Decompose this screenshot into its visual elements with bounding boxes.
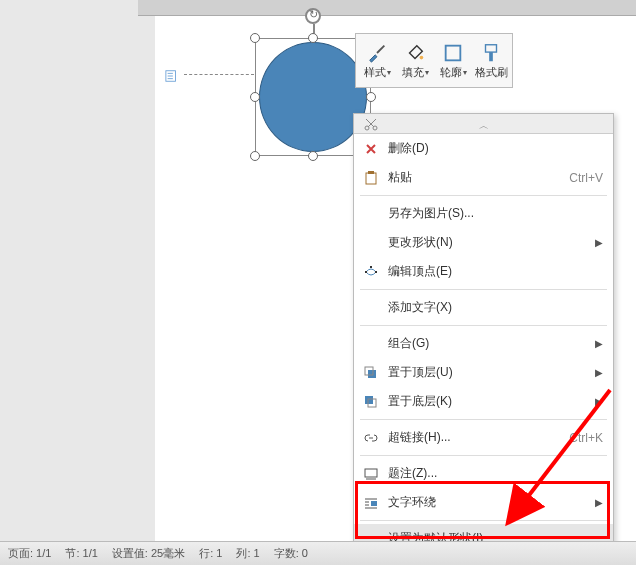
resize-handle[interactable] (250, 151, 260, 161)
brush-icon (365, 41, 389, 65)
paint-bucket-icon (403, 41, 427, 65)
separator (360, 289, 607, 290)
chevron-down-icon: ▾ (425, 68, 429, 77)
menu-item-change-shape[interactable]: 更改形状(N) ▶ (354, 228, 613, 257)
delete-label: 删除(D) (388, 140, 429, 157)
save-as-picture-label: 另存为图片(S)... (388, 205, 474, 222)
separator (360, 195, 607, 196)
svg-rect-12 (365, 271, 367, 273)
caption-icon (362, 465, 380, 483)
bring-front-icon (362, 364, 380, 382)
menu-item-cut[interactable]: ︿ (354, 114, 613, 134)
rotate-handle-icon[interactable] (305, 8, 321, 24)
submenu-arrow-icon: ▶ (595, 338, 603, 349)
svg-rect-19 (365, 469, 377, 477)
svg-rect-13 (375, 271, 377, 273)
menu-item-hyperlink[interactable]: 超链接(H)... Ctrl+K (354, 423, 613, 452)
status-section[interactable]: 节: 1/1 (65, 546, 97, 561)
caption-label: 题注(Z)... (388, 465, 437, 482)
text-wrap-icon (362, 494, 380, 512)
ruler (138, 0, 636, 16)
submenu-arrow-icon: ▶ (595, 237, 603, 248)
svg-point-4 (420, 56, 424, 60)
menu-item-caption[interactable]: 题注(Z)... (354, 459, 613, 488)
menu-item-bring-to-front[interactable]: 置于顶层(U) ▶ (354, 358, 613, 387)
bring-to-front-label: 置于顶层(U) (388, 364, 453, 381)
context-menu: ︿ 删除(D) 粘贴 Ctrl+V 另存为图片(S)... 更改形状(N) ▶ … (353, 113, 614, 565)
format-brush-button[interactable]: 格式刷 (472, 36, 510, 85)
submenu-arrow-icon: ▶ (595, 396, 603, 407)
delete-icon (362, 140, 380, 158)
resize-handle[interactable] (250, 33, 260, 43)
send-back-icon (362, 393, 380, 411)
fill-label: 填充 (402, 65, 424, 80)
resize-handle[interactable] (250, 92, 260, 102)
status-page[interactable]: 页面: 1/1 (8, 546, 51, 561)
status-bar: 页面: 1/1 节: 1/1 设置值: 25毫米 行: 1 列: 1 字数: 0 (0, 541, 636, 565)
status-col[interactable]: 列: 1 (236, 546, 259, 561)
svg-rect-10 (366, 173, 376, 184)
menu-item-send-to-back[interactable]: 置于底层(K) ▶ (354, 387, 613, 416)
paste-shortcut: Ctrl+V (569, 171, 603, 185)
svg-rect-6 (486, 45, 497, 52)
separator (360, 520, 607, 521)
edit-points-icon (362, 263, 380, 281)
fill-button[interactable]: 填充▾ (396, 36, 434, 85)
svg-rect-17 (365, 396, 373, 404)
hyperlink-shortcut: Ctrl+K (569, 431, 603, 445)
anchor-icon (165, 69, 179, 83)
svg-rect-11 (368, 171, 374, 174)
chevron-up-icon[interactable]: ︿ (479, 119, 489, 133)
format-brush-icon (479, 41, 503, 65)
svg-rect-15 (368, 370, 376, 378)
menu-item-save-as-picture[interactable]: 另存为图片(S)... (354, 199, 613, 228)
paste-label: 粘贴 (388, 169, 412, 186)
resize-handle[interactable] (366, 92, 376, 102)
menu-item-text-wrapping[interactable]: 文字环绕 ▶ (354, 488, 613, 517)
separator (360, 419, 607, 420)
menu-item-group[interactable]: 组合(G) ▶ (354, 329, 613, 358)
submenu-arrow-icon: ▶ (595, 367, 603, 378)
outline-icon (441, 41, 465, 65)
separator (360, 455, 607, 456)
group-label: 组合(G) (388, 335, 429, 352)
submenu-arrow-icon: ▶ (595, 497, 603, 508)
change-shape-label: 更改形状(N) (388, 234, 453, 251)
send-to-back-label: 置于底层(K) (388, 393, 452, 410)
menu-item-paste[interactable]: 粘贴 Ctrl+V (354, 163, 613, 192)
status-line[interactable]: 行: 1 (199, 546, 222, 561)
anchor-line (184, 74, 254, 75)
text-wrapping-label: 文字环绕 (388, 494, 436, 511)
format-brush-label: 格式刷 (475, 65, 508, 80)
add-text-label: 添加文字(X) (388, 299, 452, 316)
resize-handle[interactable] (308, 151, 318, 161)
paste-icon (362, 169, 380, 187)
resize-handle[interactable] (308, 33, 318, 43)
outline-button[interactable]: 轮廓▾ (434, 36, 472, 85)
chevron-down-icon: ▾ (387, 68, 391, 77)
style-button[interactable]: 样式▾ (358, 36, 396, 85)
menu-item-delete[interactable]: 删除(D) (354, 134, 613, 163)
edit-points-label: 编辑顶点(E) (388, 263, 452, 280)
style-label: 样式 (364, 65, 386, 80)
link-icon (362, 429, 380, 447)
hyperlink-label: 超链接(H)... (388, 429, 451, 446)
svg-rect-25 (371, 501, 377, 506)
status-position[interactable]: 设置值: 25毫米 (112, 546, 185, 561)
status-words[interactable]: 字数: 0 (274, 546, 308, 561)
separator (360, 325, 607, 326)
menu-item-edit-points[interactable]: 编辑顶点(E) (354, 257, 613, 286)
scissors-icon (362, 115, 380, 133)
outline-label: 轮廓 (440, 65, 462, 80)
menu-item-add-text[interactable]: 添加文字(X) (354, 293, 613, 322)
svg-rect-14 (370, 266, 372, 268)
svg-rect-5 (446, 46, 461, 61)
chevron-down-icon: ▾ (463, 68, 467, 77)
svg-rect-7 (489, 52, 493, 61)
mini-toolbar: 样式▾ 填充▾ 轮廓▾ 格式刷 (355, 33, 513, 88)
